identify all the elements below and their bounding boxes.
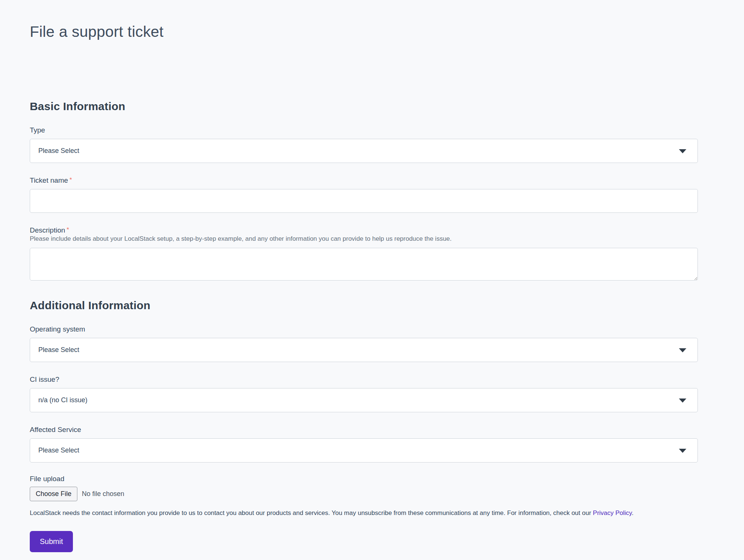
affected-service-field: Affected Service Please Select — [30, 426, 698, 463]
choose-file-button[interactable]: Choose File — [30, 487, 77, 501]
ci-issue-field: CI issue? n/a (no CI issue) — [30, 375, 698, 412]
legal-text-after-link: . — [632, 509, 634, 516]
ci-issue-label: CI issue? — [30, 375, 698, 384]
section-heading-basic-information: Basic Information — [30, 100, 698, 113]
file-upload-input[interactable]: Choose File No file chosen — [30, 487, 698, 501]
caret-down-icon — [679, 348, 686, 352]
ci-issue-select[interactable]: n/a (no CI issue) — [30, 388, 698, 412]
ticket-name-label: Ticket name* — [30, 176, 698, 185]
ticket-name-label-text: Ticket name — [30, 176, 68, 184]
file-upload-label: File upload — [30, 475, 698, 483]
file-upload-field: File upload Choose File No file chosen — [30, 475, 698, 501]
privacy-policy-link[interactable]: Privacy Policy — [593, 509, 632, 516]
required-asterisk: * — [70, 176, 72, 183]
ticket-name-field: Ticket name* — [30, 176, 698, 213]
description-label-text: Description — [30, 226, 65, 234]
caret-down-icon — [679, 149, 686, 153]
description-textarea[interactable] — [30, 248, 698, 281]
support-ticket-form: File a support ticket Basic Information … — [30, 0, 698, 552]
section-heading-additional-information: Additional Information — [30, 299, 698, 312]
operating-system-label: Operating system — [30, 325, 698, 333]
operating-system-select-value: Please Select — [38, 346, 79, 354]
ticket-name-input[interactable] — [30, 189, 698, 213]
page-title: File a support ticket — [30, 23, 698, 41]
type-field: Type Please Select — [30, 126, 698, 163]
operating-system-field: Operating system Please Select — [30, 325, 698, 362]
legal-text-before-link: LocalStack needs the contact information… — [30, 509, 593, 516]
caret-down-icon — [679, 399, 686, 403]
affected-service-label: Affected Service — [30, 426, 698, 434]
caret-down-icon — [679, 449, 686, 453]
type-select-value: Please Select — [38, 147, 79, 155]
file-status-text: No file chosen — [82, 490, 124, 498]
description-helper-text: Please include details about your LocalS… — [30, 235, 698, 243]
affected-service-select-value: Please Select — [38, 447, 79, 454]
description-field: Description* Please include details abou… — [30, 226, 698, 282]
submit-button[interactable]: Submit — [30, 531, 73, 552]
affected-service-select[interactable]: Please Select — [30, 438, 698, 463]
ci-issue-select-value: n/a (no CI issue) — [38, 396, 87, 404]
description-label: Description* — [30, 226, 698, 234]
legal-text: LocalStack needs the contact information… — [30, 509, 698, 518]
type-select[interactable]: Please Select — [30, 139, 698, 163]
type-label: Type — [30, 126, 698, 134]
operating-system-select[interactable]: Please Select — [30, 338, 698, 362]
required-asterisk: * — [67, 226, 69, 233]
